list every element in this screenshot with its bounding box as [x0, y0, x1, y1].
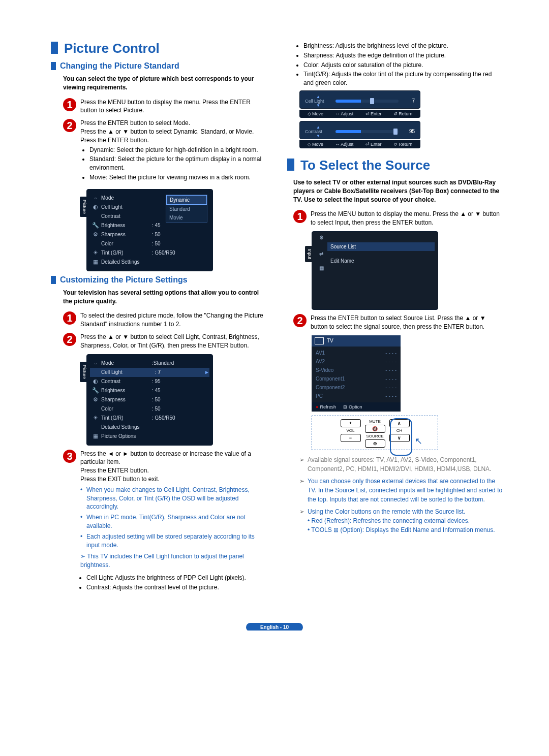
osd-nav-hints: ◇ Move↔ Adjust⏎ Enter↺ Return — [299, 110, 420, 118]
step-2-select-item: 2 Press the ▲ or ▼ button to select Cell… — [63, 333, 267, 350]
mute-icon: 🔇 — [365, 425, 385, 433]
step-number-icon: 1 — [63, 98, 76, 111]
remote-diagram: + VOL − MUTE 🔇 SOURCE ⊖ ∧ CH ∨ ↖ — [312, 416, 438, 450]
step-2-select-mode: 2 Press the ENTER button to select Mode.… — [63, 119, 267, 185]
definitions-right: Brightness: Adjusts the brightness level… — [296, 42, 503, 87]
step-number-icon: 2 — [63, 333, 76, 346]
pointer-arrow-icon: ↖ — [415, 435, 422, 447]
osd-nav-hints: ◇ Move↔ Adjust⏎ Enter↺ Return — [299, 140, 420, 148]
subhead-customizing: Customizing the Picture Settings — [51, 275, 267, 285]
note-connected-only: You can choose only those external devic… — [299, 477, 503, 504]
intro-changing-standard: You can select the type of picture which… — [63, 75, 267, 92]
intro-select-source: Use to select TV or other external input… — [293, 178, 503, 204]
osd-source-list: TV AV1- - - - AV2- - - - S-Video- - - - … — [312, 335, 401, 412]
mode-descriptions: Dynamic: Select the picture for high-def… — [80, 146, 267, 182]
subhead-changing-standard: Changing the Picture Standard — [51, 61, 267, 71]
step-1-source: 1 Press the MENU button to display the m… — [293, 210, 503, 227]
page-footer: English - 10 — [0, 623, 549, 631]
osd-picture-settings: Picture ▫Mode:Standard Cell Light: 7► ◐C… — [86, 354, 213, 446]
intro-customizing: Your television has several setting opti… — [63, 289, 267, 306]
step-2-source: 2 Press the ENTER button to select Sourc… — [293, 314, 503, 331]
step-number-icon: 1 — [293, 210, 307, 223]
tv-icon — [315, 337, 324, 344]
osd-input-menu: Input ⚙ Source List ⇄ Edit Name ▦ — [312, 231, 438, 310]
step-1-follow: 1 To select the desired picture mode, fo… — [63, 311, 267, 329]
osd-slider-contrast: ▲Contrast▼ 95 — [299, 121, 420, 139]
heading-picture-control: Picture Control — [51, 41, 267, 56]
step-number-icon: 2 — [63, 119, 76, 132]
osd-mode-dropdown: Dynamic Standard Movie — [166, 195, 207, 223]
step-1-press-menu: 1 Press the MENU button to display the m… — [63, 98, 267, 115]
step-number-icon: 1 — [63, 311, 76, 325]
step-number-icon: 2 — [293, 314, 307, 327]
osd-slider-cell-light: ▲Cell Light▼ 7 — [299, 90, 420, 109]
definitions-left: Cell Light: Adjusts the brightness of PD… — [79, 574, 267, 592]
source-icon: ⊖ — [365, 439, 385, 448]
step-number-icon: 3 — [63, 450, 76, 463]
heading-select-source: To Select the Source — [287, 158, 503, 173]
osd-picture-mode: Picture ▫Mode ◐Cell Light Contrast 🔧Brig… — [86, 189, 213, 271]
note-color-buttons: Using the Color buttons on the remote wi… — [299, 507, 503, 534]
note-available-sources: Available signal sources: TV, AV1, AV2, … — [299, 455, 503, 474]
step-3-adjust: 3 Press the ◄ or ► button to decrease or… — [63, 450, 267, 570]
